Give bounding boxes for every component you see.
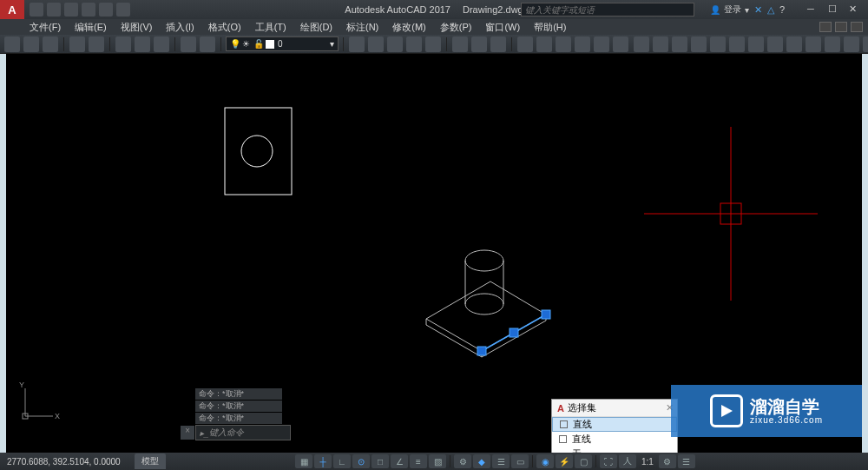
snap-toggle-icon[interactable]: ┼ <box>314 454 332 468</box>
tool-properties-icon[interactable] <box>517 36 533 52</box>
tool-rect-icon[interactable] <box>710 36 726 52</box>
selection-item[interactable]: 直线 <box>552 432 677 447</box>
tool-scale-icon[interactable] <box>844 36 859 52</box>
tool-zoom-icon[interactable] <box>471 36 487 52</box>
tool-offset-icon[interactable] <box>863 36 868 52</box>
tool-table-icon[interactable] <box>425 36 441 52</box>
menu-tools[interactable]: 工具(T) <box>255 21 286 34</box>
autodesk-360-icon[interactable]: △ <box>767 4 774 16</box>
tool-design-center-icon[interactable] <box>536 36 552 52</box>
customize-icon[interactable]: ☰ <box>678 454 695 468</box>
mdi-restore-button[interactable] <box>835 22 847 32</box>
close-button[interactable]: ✕ <box>849 3 861 16</box>
command-area: 命令：*取消* 命令：*取消* 命令：*取消* ▸_ 键入命令 <box>195 388 291 440</box>
hardware-accel-icon[interactable]: ⚡ <box>556 454 573 468</box>
tool-orbit-icon[interactable] <box>490 36 506 52</box>
qat-save-icon[interactable] <box>64 3 78 17</box>
selection-item[interactable]: 直线 <box>552 417 677 432</box>
qat-open-icon[interactable] <box>47 3 61 17</box>
quickprop-icon[interactable]: ▭ <box>511 454 529 468</box>
menu-insert[interactable]: 插入(I) <box>166 21 194 34</box>
tool-sheetset-icon[interactable] <box>575 36 590 52</box>
tool-copy2-icon[interactable] <box>767 36 783 52</box>
tool-copy-icon[interactable] <box>135 36 150 52</box>
annotation-monitor-icon[interactable]: ◆ <box>473 454 490 468</box>
menu-file[interactable]: 文件(F) <box>30 21 61 34</box>
workspace-icon[interactable]: ⚙ <box>454 454 471 468</box>
coordinate-readout[interactable]: 2770.6088, 392.5104, 0.0000 <box>0 457 128 467</box>
tool-dim-linear-icon[interactable] <box>349 36 365 52</box>
tool-leader-icon[interactable] <box>387 36 403 52</box>
workspace-switch-icon[interactable]: ⚙ <box>659 454 676 468</box>
qat-redo-icon[interactable] <box>99 3 113 17</box>
layer-dropdown[interactable]: 💡 ☀ 🔓 0 ▾ <box>226 36 339 51</box>
title-right-cluster: 👤 登录 ▾ ✕ △ ? ─ ☐ ✕ <box>710 3 861 16</box>
qat-plot-icon[interactable] <box>116 3 130 17</box>
anno-scale-icon[interactable]: ⛶ <box>600 454 617 468</box>
tool-matchprop-icon[interactable] <box>181 36 196 52</box>
tool-block-icon[interactable] <box>200 36 215 52</box>
tool-calc-icon[interactable] <box>613 36 628 52</box>
tool-markup-icon[interactable] <box>594 36 609 52</box>
tool-paste-icon[interactable] <box>154 36 169 52</box>
polar-toggle-icon[interactable]: ⊙ <box>352 454 370 468</box>
tool-extend-icon[interactable] <box>825 36 840 52</box>
lweight-toggle-icon[interactable]: ≡ <box>410 454 427 468</box>
tool-line-icon[interactable] <box>634 36 649 52</box>
menu-format[interactable]: 格式(O) <box>208 21 241 34</box>
tool-circle-icon[interactable] <box>672 36 687 52</box>
toolbar-sep <box>174 37 175 51</box>
tool-cut-icon[interactable] <box>115 36 131 52</box>
drawing-canvas[interactable]: Y X 命令：*取消* 命令：*取消* 命令：*取消* ▸_ 键入命令 A 选择… <box>6 54 862 453</box>
svg-rect-14 <box>510 328 518 337</box>
otrack-toggle-icon[interactable]: ∠ <box>391 454 408 468</box>
tool-trim-icon[interactable] <box>806 36 821 52</box>
search-input[interactable] <box>521 3 694 17</box>
menu-parametric[interactable]: 参数(P) <box>440 21 472 34</box>
maximize-button[interactable]: ☐ <box>828 3 840 16</box>
tool-rotate-icon[interactable] <box>786 36 802 52</box>
tool-save-icon[interactable] <box>43 36 58 52</box>
mdi-minimize-button[interactable] <box>819 22 832 32</box>
menu-view[interactable]: 视图(V) <box>121 21 153 34</box>
tool-pline-icon[interactable] <box>653 36 668 52</box>
login-button[interactable]: 👤 登录 ▾ <box>710 3 749 16</box>
scale-label[interactable]: 1:1 <box>641 457 654 467</box>
tool-palette-icon[interactable] <box>556 36 571 52</box>
tool-hatch-icon[interactable] <box>729 36 745 52</box>
menu-edit[interactable]: 编辑(E) <box>75 21 107 34</box>
tool-preview-icon[interactable] <box>89 36 104 52</box>
grid-toggle-icon[interactable]: ▦ <box>295 454 312 468</box>
tool-pan-icon[interactable] <box>452 36 468 52</box>
help-icon[interactable]: ? <box>779 4 785 15</box>
menu-draw[interactable]: 绘图(D) <box>300 21 332 34</box>
tool-arc-icon[interactable] <box>691 36 707 52</box>
qat-undo-icon[interactable] <box>82 3 95 17</box>
command-input[interactable]: ▸_ 键入命令 <box>195 425 291 440</box>
toolbar-sep <box>343 37 344 51</box>
transparency-icon[interactable]: ▨ <box>429 454 446 468</box>
menu-modify[interactable]: 修改(M) <box>392 21 426 34</box>
toolbar-sep <box>511 37 512 51</box>
clean-screen-icon[interactable]: ▢ <box>575 454 592 468</box>
tool-new-icon[interactable] <box>4 36 20 52</box>
ortho-toggle-icon[interactable]: ∟ <box>333 454 351 468</box>
tool-open-icon[interactable] <box>23 36 39 52</box>
osnap-toggle-icon[interactable]: □ <box>372 454 389 468</box>
exchange-icon[interactable]: ✕ <box>754 4 762 16</box>
mdi-close-button[interactable] <box>851 22 863 32</box>
tool-text-icon[interactable] <box>406 36 422 52</box>
tool-move-icon[interactable] <box>748 36 764 52</box>
tab-model[interactable]: 模型 <box>135 453 166 469</box>
tool-dim-aligned-icon[interactable] <box>368 36 384 52</box>
menu-dimension[interactable]: 标注(N) <box>346 21 378 34</box>
minimize-button[interactable]: ─ <box>807 3 819 16</box>
anno-visibility-icon[interactable]: 人 <box>619 454 636 468</box>
menu-help[interactable]: 帮助(H) <box>534 21 566 34</box>
menu-window[interactable]: 窗口(W) <box>485 21 520 34</box>
qat-new-icon[interactable] <box>30 3 43 17</box>
tool-print-icon[interactable] <box>69 36 85 52</box>
selection-popup-title[interactable]: A 选择集 ✕ <box>552 400 677 417</box>
isolate-icon[interactable]: ◉ <box>536 454 554 468</box>
units-icon[interactable]: ☰ <box>492 454 510 468</box>
